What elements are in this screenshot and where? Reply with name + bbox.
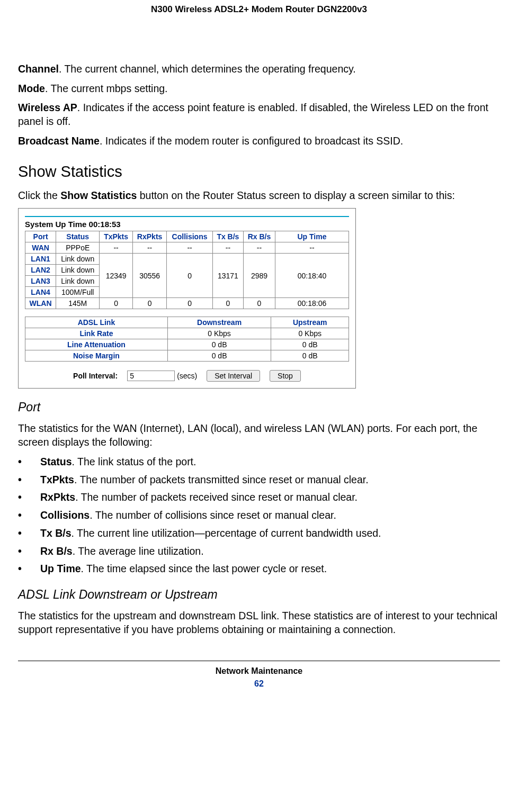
col-uptime: Up Time (275, 231, 349, 242)
row-lan1: LAN1 Link down 12349 30556 0 13171 2989 … (25, 254, 349, 265)
adsl-row-link-rate: Link Rate 0 Kbps 0 Kbps (25, 328, 349, 339)
heading-adsl-link: ADSL Link Downstream or Upstream (18, 588, 500, 602)
li-txbs: •Tx B/s. The current line utilization—pe… (18, 527, 500, 540)
port-intro: The statistics for the WAN (Internet), L… (18, 422, 500, 449)
heading-show-statistics: Show Statistics (18, 163, 500, 181)
li-txpkts: •TxPkts. The number of packets transmitt… (18, 473, 500, 487)
li-uptime: •Up Time. The time elapsed since the las… (18, 562, 500, 576)
col-upstream: Upstream (271, 317, 349, 328)
doc-header-title: N300 Wireless ADSL2+ Modem Router DGN220… (18, 0, 500, 16)
def-wireless-ap: Wireless AP. Indicates if the access poi… (18, 101, 500, 128)
stop-button[interactable]: Stop (270, 370, 301, 382)
col-collisions: Collisions (167, 231, 213, 242)
show-statistics-intro: Click the Show Statistics button on the … (18, 189, 500, 203)
system-up-time: System Up Time 00:18:53 (25, 220, 349, 229)
page-number: 62 (18, 679, 500, 689)
li-status: •Status. The link status of the port. (18, 455, 500, 469)
port-field-list: •Status. The link status of the port. •T… (18, 455, 500, 576)
adsl-row-noise-margin: Noise Margin 0 dB 0 dB (25, 350, 349, 362)
col-downstream: Downstream (167, 317, 271, 328)
def-channel: Channel. The current channel, which dete… (18, 62, 500, 76)
col-txbs: Tx B/s (212, 231, 243, 242)
stats-header-row: Port Status TxPkts RxPkts Collisions Tx … (25, 231, 349, 242)
col-status: Status (56, 231, 100, 242)
col-adsl-link: ADSL Link (25, 317, 168, 328)
col-txpkts: TxPkts (100, 231, 133, 242)
row-wlan: WLAN 145M 0 0 0 0 0 00:18:06 (25, 298, 349, 309)
poll-interval-input[interactable] (127, 371, 175, 381)
set-interval-button[interactable]: Set Interval (207, 370, 260, 382)
adsl-header-row: ADSL Link Downstream Upstream (25, 317, 349, 328)
li-rxpkts: •RxPkts. The number of packets received … (18, 491, 500, 504)
adsl-row-line-attenuation: Line Attenuation 0 dB 0 dB (25, 339, 349, 350)
heading-port: Port (18, 400, 500, 414)
poll-interval-row: Poll Interval: (secs) Set Interval Stop (25, 370, 349, 382)
divider-top (25, 216, 349, 217)
stats-table: Port Status TxPkts RxPkts Collisions Tx … (25, 231, 349, 309)
poll-interval-units: (secs) (177, 372, 197, 380)
footer-section-title: Network Maintenance (18, 666, 500, 676)
adsl-table: ADSL Link Downstream Upstream Link Rate … (25, 317, 349, 362)
col-rxbs: Rx B/s (243, 231, 275, 242)
adsl-link-text: The statistics for the upstream and down… (18, 609, 500, 636)
statistics-screenshot: System Up Time 00:18:53 Port Status TxPk… (18, 208, 356, 389)
poll-interval-label: Poll Interval: (73, 372, 118, 380)
li-collisions: •Collisions. The number of collisions si… (18, 509, 500, 522)
li-rxbs: •Rx B/s. The average line utilization. (18, 545, 500, 558)
body-content: Channel. The current channel, which dete… (18, 16, 500, 636)
row-wan: WAN PPPoE -- -- -- -- -- -- (25, 242, 349, 254)
footer-separator (18, 661, 500, 661)
col-port: Port (25, 231, 56, 242)
col-rxpkts: RxPkts (132, 231, 166, 242)
def-mode: Mode. The current mbps setting. (18, 82, 500, 96)
def-broadcast-name: Broadcast Name. Indicates if the modem r… (18, 134, 500, 148)
